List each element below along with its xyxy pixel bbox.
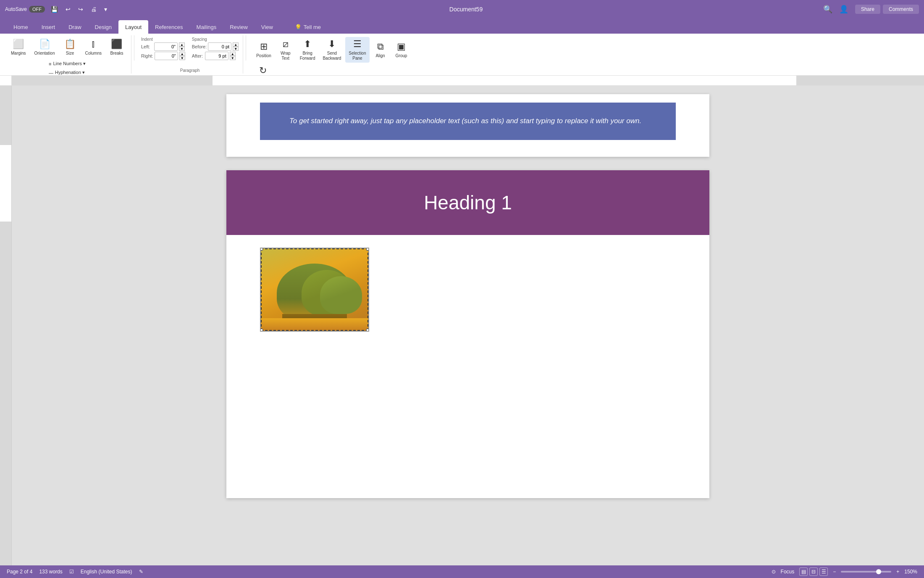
orientation-button[interactable]: 📄 Orientation: [31, 37, 58, 58]
rotate-icon: ↻: [259, 65, 267, 76]
web-view-btn[interactable]: ⊟: [809, 567, 818, 576]
spacing-label: Spacing: [192, 37, 239, 42]
wrap-text-button[interactable]: ⧄ WrapText: [276, 37, 296, 63]
page-2: Heading 1: [226, 170, 709, 498]
zoom-out-btn[interactable]: −: [833, 569, 836, 575]
spacing-after-spinner[interactable]: ▲ ▼: [230, 52, 236, 60]
indent-right-input[interactable]: [155, 52, 178, 60]
indent-left-down[interactable]: ▼: [179, 47, 185, 51]
spacing-before-spinner[interactable]: ▲ ▼: [233, 42, 239, 51]
tab-tell-me[interactable]: 💡 Tell me: [288, 20, 328, 34]
bring-forward-button[interactable]: ⬆ BringForward: [297, 37, 319, 63]
status-bar: Page 2 of 4 133 words ☑ English (United …: [0, 565, 924, 578]
autosave-control[interactable]: AutoSave OFF: [5, 6, 45, 13]
hyphenation-button[interactable]: — Hyphenation ▾: [47, 69, 87, 76]
tab-insert[interactable]: Insert: [35, 20, 62, 34]
ruler-corner: [0, 76, 12, 86]
print-icon[interactable]: 🖨: [89, 5, 98, 13]
tab-view[interactable]: View: [255, 20, 280, 34]
size-button[interactable]: 📋 Size: [60, 37, 80, 58]
spacing-after-input[interactable]: [205, 52, 228, 60]
indent-right-row: Right: ▲ ▼: [141, 52, 185, 60]
ribbon-group-indent-spacing: Indent Left: ▲ ▼ Right: ▲ ▼: [137, 35, 243, 74]
indent-left-row: Left: ▲ ▼: [141, 42, 185, 51]
focus-label: Focus: [781, 569, 795, 575]
accessibility-icon[interactable]: ☑: [69, 569, 74, 575]
size-icon: 📋: [64, 39, 76, 50]
position-icon: ⊞: [260, 41, 268, 52]
user-icon[interactable]: 👤: [839, 5, 848, 14]
tab-references[interactable]: References: [148, 20, 189, 34]
selection-pane-icon: ☰: [353, 39, 362, 50]
indent-left-spinner[interactable]: ▲ ▼: [179, 42, 185, 51]
breaks-button[interactable]: ⬛ Breaks: [107, 37, 127, 58]
zoom-slider[interactable]: [841, 571, 891, 573]
autosave-label: AutoSave: [5, 6, 27, 12]
group-button[interactable]: ▣ Group: [391, 37, 412, 63]
zoom-thumb[interactable]: [876, 569, 881, 574]
spacing-before-input[interactable]: [208, 42, 231, 51]
heading-text: Heading 1: [424, 192, 512, 214]
print-view-btn[interactable]: ▤: [799, 567, 808, 576]
undo-icon[interactable]: ↩: [64, 5, 72, 13]
indent-left-input[interactable]: [154, 42, 178, 51]
search-icon[interactable]: 🔍: [823, 5, 832, 14]
customize-icon[interactable]: ▾: [102, 5, 109, 13]
vertical-ruler: [0, 86, 12, 565]
horizontal-ruler: [12, 76, 924, 85]
line-hyph-controls: ≡ Line Numbers ▾ — Hyphenation ▾: [47, 58, 87, 76]
tab-design[interactable]: Design: [88, 20, 118, 34]
indent-label: Indent: [141, 37, 185, 42]
ribbon-group-arrange: ⊞ Position ⧄ WrapText ⬆ BringForward ⬇ S…: [249, 35, 417, 74]
zoom-level[interactable]: 150%: [904, 569, 917, 575]
tab-draw[interactable]: Draw: [62, 20, 88, 34]
wrap-text-icon: ⧄: [283, 39, 289, 50]
indent-spacing-controls: Indent Left: ▲ ▼ Right: ▲ ▼: [141, 37, 239, 60]
group-icon: ▣: [397, 41, 406, 52]
autosave-toggle[interactable]: OFF: [29, 6, 45, 13]
page-1: To get started right away, just tap any …: [226, 94, 709, 157]
ribbon: ⬜ Margins 📄 Orientation 📋 Size ⫿ Columns…: [0, 34, 924, 76]
title-bar: AutoSave OFF 💾 ↩ ↪ 🖨 ▾ Document59 🔍 👤 Sh…: [0, 0, 924, 18]
proofing-icon[interactable]: ✎: [139, 569, 143, 575]
language[interactable]: English (United States): [81, 569, 132, 575]
zoom-in-btn[interactable]: +: [896, 569, 899, 575]
tab-review[interactable]: Review: [223, 20, 255, 34]
indent-right-label: Right:: [141, 53, 153, 58]
indent-right-up[interactable]: ▲: [179, 52, 185, 56]
indent-right-spinner[interactable]: ▲ ▼: [179, 52, 185, 60]
align-button[interactable]: ⧉ Align: [370, 37, 391, 63]
page-area: To get started right away, just tap any …: [12, 86, 924, 565]
read-view-btn[interactable]: ☰: [819, 567, 828, 576]
save-icon[interactable]: 💾: [49, 5, 60, 13]
spacing-after-up[interactable]: ▲: [230, 52, 236, 56]
position-button[interactable]: ⊞ Position: [253, 37, 275, 63]
indent-left-up[interactable]: ▲: [179, 42, 185, 47]
align-icon: ⧉: [377, 41, 384, 52]
redo-icon[interactable]: ↪: [76, 5, 85, 13]
word-count: 133 words: [39, 569, 62, 575]
ribbon-tabs: Home Insert Draw Design Layout Reference…: [0, 18, 924, 34]
margins-icon: ⬜: [13, 39, 24, 50]
spacing-before-up[interactable]: ▲: [233, 42, 239, 47]
document-title: Document59: [449, 6, 483, 13]
tab-layout[interactable]: Layout: [118, 20, 148, 34]
indent-group: Indent Left: ▲ ▼ Right: ▲ ▼: [141, 37, 185, 60]
margins-button[interactable]: ⬜ Margins: [8, 37, 29, 58]
tab-mailings[interactable]: Mailings: [190, 20, 223, 34]
artichoke-image: [260, 248, 369, 332]
send-backward-button[interactable]: ⬇ SendBackward: [319, 37, 344, 63]
indent-right-down[interactable]: ▼: [179, 56, 185, 60]
view-buttons: ▤ ⊟ ☰: [799, 567, 828, 576]
hyphenation-icon: —: [49, 70, 53, 75]
columns-button[interactable]: ⫿ Columns: [82, 37, 105, 58]
spacing-before-down[interactable]: ▼: [233, 47, 239, 51]
focus-icon[interactable]: ⊙: [772, 569, 776, 575]
spacing-after-down[interactable]: ▼: [230, 56, 236, 60]
tab-home[interactable]: Home: [7, 20, 35, 34]
selection-pane-button[interactable]: ☰ SelectionPane: [345, 37, 369, 63]
spacing-after-row: After: ▲ ▼: [192, 52, 239, 60]
line-numbers-button[interactable]: ≡ Line Numbers ▾: [47, 60, 87, 67]
comments-button[interactable]: Comments: [883, 5, 919, 14]
share-button[interactable]: Share: [855, 5, 880, 14]
